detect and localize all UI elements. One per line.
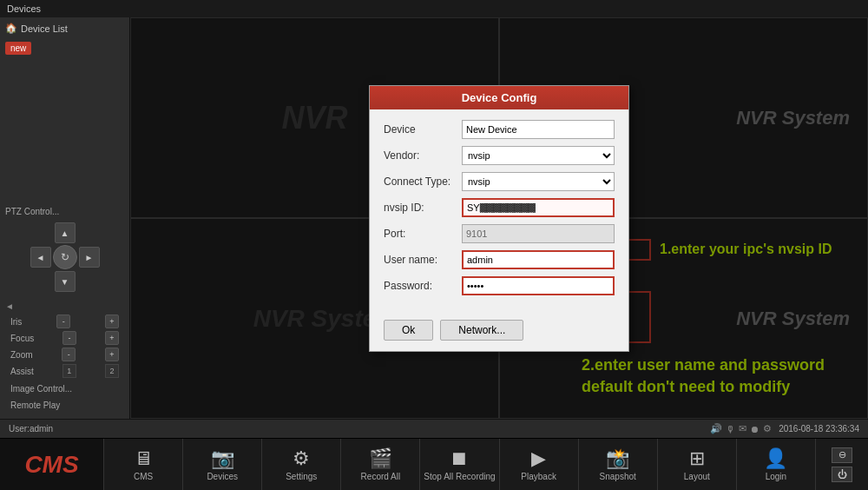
toolbar-items: 🖥 CMS 📷 Devices ⚙ Settings 🎬 Record All … (104, 439, 816, 490)
snapshot-label: Snapshot (600, 472, 636, 481)
dialog-footer: Ok Network... (370, 313, 628, 351)
form-row-port: Port: (384, 224, 615, 243)
toolbar-item-snapshot[interactable]: 📸 Snapshot (579, 439, 658, 490)
record-all-label: Record All (361, 472, 401, 481)
sidebar: 🏠 Device List new PTZ Control... ▲ ◄ (0, 17, 130, 419)
top-bar-title: Devices (7, 3, 41, 14)
sidebar-controls: PTZ Control... ▲ ◄ ↻ ► ▼ (0, 202, 129, 419)
iris-minus-button[interactable]: - (56, 315, 70, 328)
status-time: 2016-08-18 23:36:34 (779, 424, 859, 434)
ok-button[interactable]: Ok (384, 320, 433, 341)
connect-type-select[interactable]: nvsip (462, 172, 615, 191)
zoom-plus-button[interactable]: + (105, 348, 119, 361)
remote-play-link[interactable]: Remote Play (5, 397, 124, 414)
modal-overlay: Device Config Device Vendor: (130, 17, 868, 419)
cms-brand: CMS (0, 439, 104, 490)
assist-label: Assist (10, 367, 34, 376)
ptz-right-button[interactable]: ► (79, 247, 100, 268)
port-label: Port: (384, 228, 462, 240)
logout-area: ⊖ ⏻ (816, 439, 868, 490)
mic-icon[interactable]: 🎙 (726, 424, 735, 434)
toolbar-item-playback[interactable]: ▶ Playback (500, 439, 579, 490)
form-row-password: Password: (384, 276, 615, 295)
app-container: Devices 🏠 Device List new PTZ Control... (0, 0, 868, 490)
ptz-left-button[interactable]: ◄ (30, 247, 51, 268)
image-control-link[interactable]: Image Control... (5, 381, 124, 397)
toolbar-item-layout[interactable]: ⊞ Layout (658, 439, 737, 490)
connect-type-label: Connect Type: (384, 175, 462, 188)
layout-label: Layout (684, 472, 710, 481)
port-input[interactable] (462, 224, 615, 243)
snapshot-icon: 📸 (606, 447, 629, 470)
ptz-down-button[interactable]: ▼ (55, 271, 76, 292)
mail-icon[interactable]: ✉ (739, 423, 746, 434)
focus-row: Focus - + (10, 331, 119, 345)
dialog-title: Device Config (462, 91, 537, 104)
playback-icon: ▶ (531, 447, 546, 470)
zoom-label: Zoom (10, 350, 33, 360)
username-label: User name: (384, 254, 462, 266)
power-button[interactable]: ⏻ (832, 467, 852, 482)
assist-row: Assist 1 2 (10, 364, 119, 378)
ptz-control-label[interactable]: PTZ Control... (5, 207, 124, 216)
status-right: 🔊 🎙 ✉ ⏺ ⚙ 2016-08-18 23:36:34 (710, 423, 859, 434)
network-button[interactable]: Network... (440, 320, 523, 341)
cms-c: C (24, 451, 42, 478)
focus-minus-button[interactable]: - (62, 331, 76, 345)
home-icon: 🏠 (5, 23, 17, 34)
status-user: User:admin (9, 424, 53, 434)
zoom-row: Zoom - + (10, 348, 119, 361)
settings-icon[interactable]: ⚙ (763, 423, 772, 434)
toolbar-item-devices[interactable]: 📷 Devices (183, 439, 262, 490)
toolbar-item-record-all[interactable]: 🎬 Record All (341, 439, 420, 490)
cms-m: M (43, 451, 62, 478)
cms-toolbar-label: CMS (134, 472, 153, 481)
focus-label: Focus (10, 334, 34, 343)
assist-num2: 2 (105, 364, 119, 378)
ptz-up-button[interactable]: ▲ (55, 222, 76, 243)
cms-text: CMS (24, 451, 78, 479)
form-row-username: User name: (384, 250, 615, 269)
settings-toolbar-label: Settings (286, 472, 317, 481)
top-bar: Devices (0, 0, 868, 17)
device-list-section: 🏠 Device List new (0, 17, 129, 60)
form-row-connect-type: Connect Type: nvsip (384, 172, 615, 191)
devices-icon: 📷 (211, 447, 234, 470)
vendor-select[interactable]: nvsip (462, 146, 615, 165)
iris-plus-button[interactable]: + (105, 315, 119, 328)
layout-icon: ⊞ (689, 447, 705, 470)
sidebar-expand-arrow[interactable]: ◄ (5, 301, 124, 311)
login-label: Login (766, 472, 786, 481)
device-item-new[interactable]: new (5, 42, 31, 55)
record-icon[interactable]: ⏺ (750, 424, 760, 434)
device-input[interactable] (462, 120, 615, 139)
dialog-title-bar: Device Config (370, 86, 628, 109)
form-row-vendor: Vendor: nvsip (384, 146, 615, 165)
status-icons: 🔊 🎙 ✉ ⏺ ⚙ (710, 423, 772, 434)
toolbar-item-login[interactable]: 👤 Login (737, 439, 816, 490)
status-bar: User:admin 🔊 🎙 ✉ ⏺ ⚙ 2016-08-18 23:36:34 (0, 419, 868, 438)
nvsip-id-input[interactable] (462, 198, 615, 217)
form-row-device: Device (384, 120, 615, 139)
playback-label: Playback (521, 472, 556, 481)
logout-button[interactable]: ⊖ (832, 447, 852, 463)
form-row-nvsip-id: nvsip ID: (384, 198, 615, 217)
focus-plus-button[interactable]: + (105, 331, 119, 345)
dialog-body: Device Vendor: nvsip Connect Type (370, 109, 628, 313)
speaker-icon[interactable]: 🔊 (710, 423, 722, 434)
password-input[interactable] (462, 276, 615, 295)
toolbar-item-stop-recording[interactable]: ⏹ Stop All Recording (420, 439, 499, 490)
toolbar-item-cms[interactable]: 🖥 CMS (104, 439, 183, 490)
ptz-row-bot: ▼ (32, 271, 98, 292)
toolbar-item-settings[interactable]: ⚙ Settings (262, 439, 341, 490)
zoom-minus-button[interactable]: - (62, 348, 76, 361)
device-list-label: Device List (21, 23, 68, 34)
bottom-toolbar: CMS 🖥 CMS 📷 Devices ⚙ Settings 🎬 Record … (0, 438, 868, 490)
cms-toolbar-icon: 🖥 (134, 447, 153, 470)
ptz-row-top: ▲ (32, 222, 98, 243)
assist-num1: 1 (62, 364, 76, 378)
ptz-center-button[interactable]: ↻ (53, 245, 77, 269)
device-label: Device (384, 123, 462, 136)
username-input[interactable] (462, 250, 615, 269)
camera-controls: Iris - + Focus - + Zoom - + (5, 315, 124, 378)
